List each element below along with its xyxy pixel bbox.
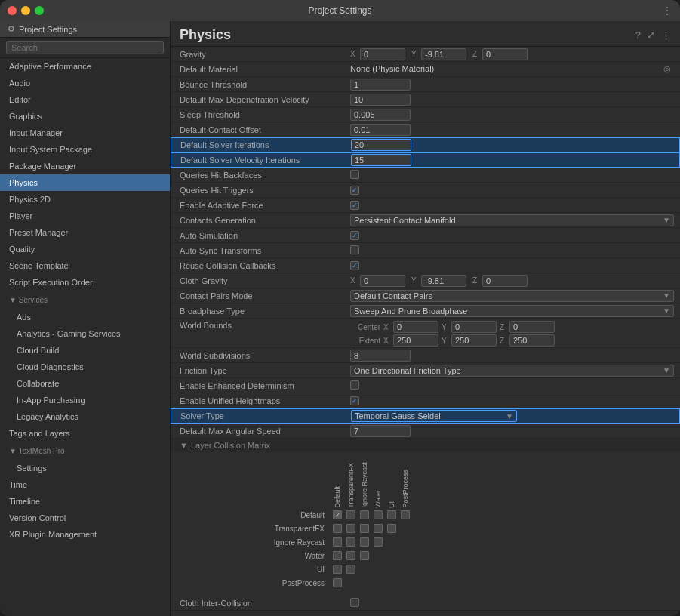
matrix-check-ir-tfx[interactable] — [346, 537, 355, 547]
reuse-collision-checkbox[interactable] — [350, 261, 359, 270]
center-y-input[interactable] — [451, 321, 497, 333]
matrix-check-d-pp[interactable] — [401, 510, 410, 519]
matrix-cell-d-d[interactable] — [331, 508, 344, 522]
broadphase-type-dropdown[interactable]: Sweep And Prune Broadphase ▼ — [350, 305, 674, 317]
extent-x-input[interactable] — [393, 334, 438, 346]
search-input[interactable] — [6, 41, 164, 54]
sidebar-item-audio[interactable]: Audio — [0, 75, 170, 91]
matrix-check-w-tfx[interactable] — [346, 551, 355, 560]
expand-icon[interactable]: ⤢ — [647, 29, 655, 41]
queries-hit-backfaces-checkbox[interactable] — [350, 170, 359, 179]
matrix-cell-ir-tfx[interactable] — [344, 535, 358, 549]
sidebar-tab[interactable]: ⚙ Project Settings — [0, 21, 170, 38]
contact-offset-input[interactable] — [350, 124, 411, 136]
sidebar-item-player[interactable]: Player — [0, 208, 170, 224]
gravity-x-input[interactable] — [360, 48, 405, 60]
matrix-check-pp-d[interactable] — [333, 578, 342, 587]
matrix-cell-ui-d[interactable] — [331, 562, 344, 576]
more-icon[interactable]: ⋮ — [661, 29, 671, 41]
matrix-cell-ui-tfx[interactable] — [344, 562, 358, 576]
world-subdivisions-input[interactable] — [350, 350, 411, 362]
matrix-cell-tfx-w[interactable] — [371, 522, 385, 535]
matrix-check-d-d[interactable] — [333, 510, 342, 519]
bounce-threshold-input[interactable] — [350, 79, 411, 91]
matrix-check-tfx-d[interactable] — [333, 524, 342, 533]
matrix-cell-tfx-d[interactable] — [331, 522, 344, 535]
solver-iterations-input[interactable] — [351, 139, 411, 151]
sidebar-item-time[interactable]: Time — [0, 476, 170, 493]
sidebar-item-textmesh-settings[interactable]: Settings — [0, 460, 170, 476]
sidebar-item-physics[interactable]: Physics — [0, 174, 170, 191]
matrix-check-tfx-ir[interactable] — [360, 524, 369, 533]
gravity-y-input[interactable] — [421, 48, 466, 60]
matrix-check-tfx-tfx[interactable] — [346, 524, 355, 533]
enhanced-determinism-checkbox[interactable] — [350, 380, 359, 390]
center-z-input[interactable] — [509, 321, 555, 333]
sleep-threshold-input[interactable] — [350, 109, 411, 121]
sidebar-item-legacy-analytics[interactable]: Legacy Analytics — [0, 408, 170, 425]
cloth-gravity-x-input[interactable] — [360, 275, 405, 287]
sidebar-item-adaptive-performance[interactable]: Adaptive Performance — [0, 58, 170, 75]
sidebar-item-script-execution-order[interactable]: Script Execution Order — [0, 274, 170, 291]
cloth-inter-collision-checkbox[interactable] — [350, 598, 359, 607]
matrix-cell-d-w[interactable] — [371, 508, 385, 522]
matrix-check-ui-tfx[interactable] — [346, 565, 355, 574]
cloth-gravity-y-input[interactable] — [421, 275, 466, 287]
matrix-check-w-ir[interactable] — [360, 551, 369, 560]
contact-pairs-mode-dropdown[interactable]: Default Contact Pairs ▼ — [350, 290, 674, 302]
matrix-cell-pp-d[interactable] — [331, 576, 344, 590]
matrix-cell-tfx-ui[interactable] — [385, 522, 398, 535]
sidebar-item-physics-2d[interactable]: Physics 2D — [0, 191, 170, 208]
matrix-cell-w-tfx[interactable] — [344, 549, 358, 562]
matrix-cell-tfx-ir[interactable] — [358, 522, 371, 535]
friction-type-dropdown[interactable]: One Directional Friction Type ▼ — [350, 365, 674, 377]
matrix-cell-w-d[interactable] — [331, 549, 344, 562]
sidebar-item-tags-and-layers[interactable]: Tags and Layers — [0, 425, 170, 442]
center-x-input[interactable] — [393, 321, 438, 333]
matrix-check-d-ui[interactable] — [387, 510, 396, 519]
maximize-button[interactable] — [35, 6, 44, 15]
help-icon[interactable]: ? — [635, 29, 641, 41]
extent-y-input[interactable] — [451, 334, 497, 346]
sidebar-item-cloud-build[interactable]: Cloud Build — [0, 342, 170, 359]
unified-heightmaps-checkbox[interactable] — [350, 396, 359, 405]
sidebar-item-preset-manager[interactable]: Preset Manager — [0, 224, 170, 241]
auto-sync-transforms-checkbox[interactable] — [350, 245, 359, 254]
matrix-cell-tfx-tfx[interactable] — [344, 522, 358, 535]
matrix-check-ir-w[interactable] — [374, 537, 383, 547]
sidebar-item-version-control[interactable]: Version Control — [0, 510, 170, 526]
max-angular-speed-input[interactable] — [350, 425, 411, 437]
sidebar-item-collaborate[interactable]: Collaborate — [0, 375, 170, 392]
extent-z-input[interactable] — [509, 334, 555, 346]
matrix-check-ir-ir[interactable] — [360, 537, 369, 547]
matrix-check-d-ir[interactable] — [360, 510, 369, 519]
enable-adaptive-force-checkbox[interactable] — [350, 201, 359, 210]
matrix-cell-w-ir[interactable] — [358, 549, 371, 562]
matrix-cell-d-ui[interactable] — [385, 508, 398, 522]
matrix-cell-ir-w[interactable] — [371, 535, 385, 549]
sidebar-item-cloud-diagnostics[interactable]: Cloud Diagnostics — [0, 359, 170, 375]
sidebar-section-textmesh[interactable]: ▼ TextMesh Pro — [0, 442, 170, 460]
matrix-check-tfx-w[interactable] — [374, 524, 383, 533]
matrix-check-w-d[interactable] — [333, 551, 342, 560]
sidebar-item-editor[interactable]: Editor — [0, 91, 170, 108]
sidebar-item-ads[interactable]: Ads — [0, 309, 170, 325]
sidebar-item-timeline[interactable]: Timeline — [0, 493, 170, 510]
sidebar-item-analytics[interactable]: Analytics - Gaming Services — [0, 325, 170, 342]
matrix-cell-d-pp[interactable] — [398, 508, 412, 522]
matrix-check-ui-d[interactable] — [333, 565, 342, 574]
minimize-button[interactable] — [21, 6, 30, 15]
matrix-check-ir-d[interactable] — [333, 537, 342, 547]
sidebar-item-input-system-package[interactable]: Input System Package — [0, 141, 170, 158]
matrix-check-d-w[interactable] — [374, 510, 383, 519]
gravity-z-input[interactable] — [482, 48, 528, 60]
matrix-check-d-tfx[interactable] — [346, 510, 355, 519]
sidebar-item-package-manager[interactable]: Package Manager — [0, 158, 170, 174]
sidebar-item-in-app-purchasing[interactable]: In-App Purchasing — [0, 392, 170, 408]
matrix-cell-d-ir[interactable] — [358, 508, 371, 522]
more-options-icon[interactable]: ⋮ — [662, 5, 672, 17]
queries-hit-triggers-checkbox[interactable] — [350, 186, 359, 195]
matrix-cell-d-tfx[interactable] — [344, 508, 358, 522]
close-button[interactable] — [8, 6, 17, 15]
traffic-lights[interactable] — [8, 6, 44, 15]
